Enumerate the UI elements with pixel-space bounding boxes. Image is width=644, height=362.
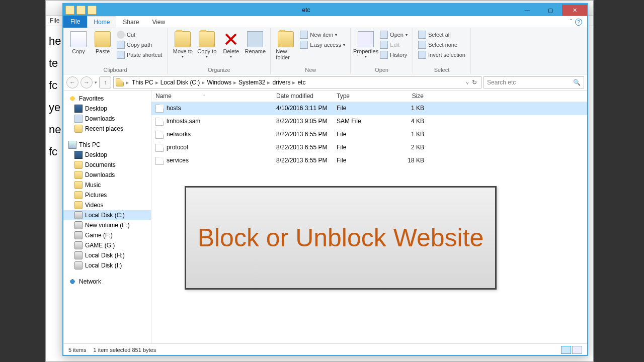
titlebar[interactable]: etc — ▢ ✕: [63, 4, 587, 16]
col-name[interactable]: Name ˆ: [151, 90, 272, 102]
copy-path-button[interactable]: Copy path: [116, 40, 163, 49]
nav-pc-item[interactable]: Game (F:): [63, 230, 151, 240]
tab-share[interactable]: Share: [116, 16, 145, 28]
paste-button[interactable]: Paste: [92, 30, 114, 55]
group-organize-label: Organize: [172, 67, 266, 73]
file-icon: [155, 131, 164, 139]
ribbon-collapse-icon[interactable]: ˆ: [570, 19, 572, 26]
maximize-button[interactable]: ▢: [539, 5, 562, 16]
file-icon: [155, 144, 164, 152]
easy-access-button[interactable]: Easy access ▾: [299, 40, 346, 49]
nav-pc-item[interactable]: Documents: [63, 160, 151, 170]
col-size[interactable]: Size: [388, 90, 428, 102]
invert-selection-button[interactable]: Invert selection: [417, 50, 466, 59]
new-folder-button[interactable]: New folder: [275, 30, 297, 61]
nav-pc-item[interactable]: Desktop: [63, 150, 151, 160]
properties-button[interactable]: Properties▾: [355, 30, 377, 60]
minimize-button[interactable]: —: [516, 5, 539, 16]
forward-button[interactable]: →: [80, 76, 93, 88]
col-date[interactable]: Date modified: [272, 90, 333, 102]
nav-network[interactable]: Network: [63, 277, 151, 287]
paste-shortcut-button[interactable]: Paste shortcut: [116, 50, 163, 59]
ribbon-tabs: File Home Share View ˆ ?: [63, 16, 587, 28]
file-icon: [155, 105, 164, 113]
selection-info: 1 item selected 851 bytes: [93, 347, 156, 353]
search-icon: 🔍: [573, 79, 581, 86]
col-type[interactable]: Type: [333, 90, 388, 102]
cut-button[interactable]: Cut: [116, 30, 163, 39]
select-all-button[interactable]: Select all: [417, 30, 466, 39]
ribbon: Copy Paste Cut Copy path Paste shortcut …: [63, 28, 587, 74]
move-to-button[interactable]: Move to▾: [172, 30, 194, 60]
file-icon: [155, 118, 164, 126]
up-button[interactable]: ↑: [99, 76, 111, 88]
back-button[interactable]: ←: [66, 76, 78, 88]
file-row[interactable]: protocol 8/22/2013 6:55 PM File 2 KB: [151, 141, 587, 154]
nav-pc-item[interactable]: Local Disk (H:): [63, 250, 151, 260]
status-bar: 5 items 1 item selected 851 bytes: [63, 343, 587, 355]
nav-pc-item[interactable]: Local Disk (C:): [63, 210, 151, 220]
nav-fav-item[interactable]: Downloads: [63, 114, 151, 124]
details-view-button[interactable]: [561, 346, 571, 354]
rename-button[interactable]: Rename: [244, 30, 266, 55]
nav-pc-item[interactable]: GAME (G:): [63, 240, 151, 250]
quick-access-toolbar: [63, 6, 97, 15]
address-bar[interactable]: ▸ This PC▸Local Disk (C:)▸Windows▸System…: [113, 76, 481, 88]
overlay-caption: Block or Unblock Website: [185, 186, 497, 290]
nav-this-pc[interactable]: This PC: [63, 140, 151, 150]
nav-fav-item[interactable]: Recent places: [63, 124, 151, 134]
nav-pc-item[interactable]: Pictures: [63, 190, 151, 200]
nav-fav-item[interactable]: Desktop: [63, 104, 151, 114]
select-none-button[interactable]: Select none: [417, 40, 466, 49]
new-item-button[interactable]: New item ▾: [299, 30, 346, 39]
copy-button[interactable]: Copy: [67, 30, 90, 55]
qat-properties-icon[interactable]: [76, 6, 86, 15]
nav-pc-item[interactable]: Downloads: [63, 170, 151, 180]
copy-to-button[interactable]: Copy to▾: [196, 30, 218, 60]
window-title: etc: [97, 7, 516, 14]
nav-pc-item[interactable]: New volume (E:): [63, 220, 151, 230]
delete-button[interactable]: Delete▾: [220, 30, 242, 60]
file-row[interactable]: lmhosts.sam 8/22/2013 9:05 PM SAM File 4…: [151, 115, 587, 128]
history-button[interactable]: History: [379, 50, 409, 59]
icons-view-button[interactable]: [572, 346, 582, 354]
column-headers[interactable]: Name ˆ Date modified Type Size: [151, 90, 587, 102]
refresh-button[interactable]: ↻: [472, 79, 477, 86]
group-clipboard-label: Clipboard: [67, 67, 163, 73]
breadcrumb-seg[interactable]: drivers: [270, 79, 292, 86]
search-input[interactable]: Search etc 🔍: [484, 76, 584, 88]
tab-home[interactable]: Home: [87, 16, 116, 28]
breadcrumb-seg[interactable]: Local Disk (C:): [158, 79, 202, 86]
edit-button[interactable]: Edit: [379, 40, 409, 49]
nav-favorites[interactable]: Favorites: [63, 94, 151, 104]
nav-pc-item[interactable]: Local Disk (I:): [63, 260, 151, 270]
group-open-label: Open: [355, 67, 409, 73]
breadcrumb-seg[interactable]: etc: [295, 79, 307, 86]
file-icon: [155, 157, 164, 165]
file-tab[interactable]: File: [63, 16, 87, 28]
breadcrumb-seg[interactable]: This PC: [130, 79, 155, 86]
file-row[interactable]: services 8/22/2013 6:55 PM File 18 KB: [151, 154, 587, 167]
tab-view[interactable]: View: [145, 16, 172, 28]
address-bar-row: ← → ▾ ↑ ▸ This PC▸Local Disk (C:)▸Window…: [63, 74, 587, 90]
recent-locations-icon[interactable]: ▾: [95, 80, 97, 85]
item-count: 5 items: [68, 347, 86, 353]
group-select-label: Select: [417, 67, 466, 73]
breadcrumb-seg[interactable]: System32: [236, 79, 267, 86]
file-row[interactable]: networks 8/22/2013 6:55 PM File 1 KB: [151, 128, 587, 141]
navigation-pane[interactable]: FavoritesDesktopDownloadsRecent placesTh…: [63, 90, 151, 343]
file-row[interactable]: hosts 4/10/2016 3:11 PM File 1 KB: [151, 102, 587, 115]
nav-pc-item[interactable]: Music: [63, 180, 151, 190]
qat-newfolder-icon[interactable]: [88, 6, 97, 15]
breadcrumb-seg[interactable]: Windows: [205, 79, 233, 86]
nav-pc-item[interactable]: Videos: [63, 200, 151, 210]
explorer-icon: [65, 6, 74, 15]
help-icon[interactable]: ?: [575, 19, 582, 26]
folder-icon: [116, 78, 124, 86]
close-button[interactable]: ✕: [562, 5, 587, 16]
group-new-label: New: [275, 67, 346, 73]
open-button[interactable]: Open ▾: [379, 30, 409, 39]
address-dropdown-icon[interactable]: v: [466, 80, 469, 85]
file-explorer-window: etc — ▢ ✕ File Home Share View ˆ ? Copy …: [62, 3, 588, 356]
